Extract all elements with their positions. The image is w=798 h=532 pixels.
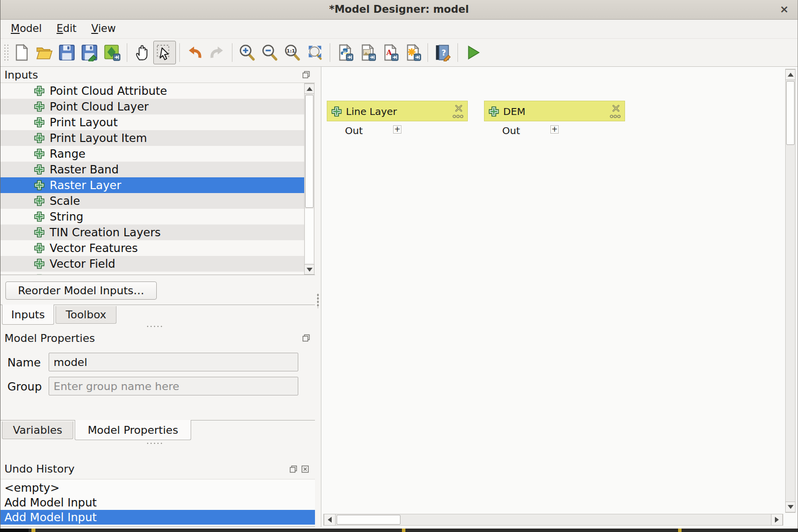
background-segment	[0, 529, 28, 532]
svg-text:?: ?	[442, 48, 446, 57]
splitter-handle[interactable]	[146, 325, 163, 328]
tab-inputs[interactable]: Inputs	[2, 305, 54, 325]
close-panel-icon[interactable]	[301, 465, 309, 473]
scroll-up-button[interactable]	[785, 69, 796, 80]
toolbar-separator	[428, 43, 428, 62]
list-item[interactable]: Point Cloud Layer	[0, 99, 304, 114]
inputs-list-scrollbar[interactable]	[304, 83, 314, 275]
scrollbar-thumb[interactable]	[337, 515, 400, 525]
new-model-icon	[13, 44, 30, 61]
float-panel-icon[interactable]	[302, 71, 310, 79]
list-item[interactable]: String	[0, 209, 304, 224]
undo-history-item[interactable]: Add Model Input	[0, 495, 315, 510]
menu-model[interactable]: Model	[3, 21, 49, 37]
window-close-button[interactable]: ×	[778, 3, 791, 16]
splitter-handle[interactable]	[146, 442, 163, 445]
undo-button[interactable]	[183, 41, 206, 64]
undo-history-item[interactable]: <empty>	[0, 480, 315, 495]
list-item[interactable]: Scale	[0, 193, 304, 209]
model-input-plus-icon	[488, 106, 499, 117]
delete-node-x-icon[interactable]	[612, 104, 620, 112]
export-as-image-button[interactable]	[356, 41, 379, 64]
float-panel-icon[interactable]	[302, 334, 310, 342]
model-input-plus-icon	[34, 211, 45, 222]
scroll-up-button[interactable]	[304, 84, 314, 94]
scroll-right-button[interactable]	[771, 514, 783, 526]
pan-icon	[133, 44, 151, 61]
list-item[interactable]: TIN Creation Layers	[0, 224, 304, 240]
scroll-down-button[interactable]	[785, 502, 796, 512]
list-item[interactable]: Vector Layer	[0, 272, 304, 275]
export-as-svg-button[interactable]	[401, 41, 424, 64]
model-input-plus-icon	[34, 85, 45, 96]
titlebar[interactable]: *Model Designer: model ×	[0, 0, 798, 20]
list-item[interactable]: Print Layout	[0, 114, 304, 130]
save-model-as-button[interactable]	[78, 41, 101, 64]
node-expand-button[interactable]: +	[550, 125, 559, 134]
scroll-down-button[interactable]	[304, 264, 314, 275]
edit-model-help-button[interactable]: ?	[431, 41, 454, 64]
ellipsis-circles-icon[interactable]	[610, 114, 621, 118]
menu-view[interactable]: View	[84, 21, 123, 37]
model-input-plus-icon	[34, 180, 45, 191]
model-name-input[interactable]	[49, 353, 298, 371]
ellipsis-circles-icon[interactable]	[453, 114, 463, 118]
model-group-input[interactable]	[49, 377, 298, 395]
model-input-plus-icon	[34, 101, 45, 112]
model-input-plus-icon	[331, 106, 342, 117]
zoom-full-button[interactable]	[304, 41, 326, 64]
node-expand-button[interactable]: +	[393, 125, 401, 134]
pan-tool-button[interactable]	[131, 41, 153, 64]
undo-history-item-selected[interactable]: Add Model Input	[0, 510, 315, 525]
export-as-python-button[interactable]	[334, 41, 356, 64]
canvas-horizontal-scrollbar[interactable]	[323, 514, 783, 526]
reorder-model-inputs-button[interactable]: Reorder Model Inputs…	[5, 281, 157, 300]
panel-canvas-splitter[interactable]	[315, 67, 321, 527]
list-item[interactable]: Point Cloud Attribute	[0, 83, 304, 99]
open-model-button[interactable]	[33, 41, 56, 64]
canvas-vertical-scrollbar[interactable]	[785, 69, 796, 513]
scrollbar-thumb[interactable]	[786, 81, 795, 145]
tab-toolbox[interactable]: Toolbox	[56, 306, 116, 324]
float-panel-icon[interactable]	[289, 465, 297, 473]
save-model-button[interactable]	[56, 41, 78, 64]
left-tabbar-bottom: Variables Model Properties	[0, 420, 315, 441]
select-move-item-icon	[156, 44, 173, 61]
export-as-pdf-button[interactable]: A	[379, 41, 401, 64]
zoom-in-button[interactable]	[236, 41, 258, 64]
list-item[interactable]: Range	[0, 146, 304, 162]
background-segment	[31, 529, 35, 532]
select-move-item-tool-button[interactable]	[153, 41, 176, 64]
undo-history-title: Undo History	[4, 463, 75, 475]
scrollbar-track[interactable]	[305, 209, 314, 263]
inputs-panel-title: Inputs	[4, 69, 38, 81]
menu-edit[interactable]: Edit	[49, 21, 84, 37]
model-node-line-layer[interactable]: Line Layer	[327, 101, 468, 121]
toolbar-grip[interactable]	[3, 43, 9, 62]
model-input-plus-icon	[34, 227, 45, 238]
save-model-in-project-button[interactable]	[101, 41, 123, 64]
model-canvas[interactable]: Line Layer Out + DEM	[321, 67, 798, 527]
model-input-plus-icon	[34, 274, 45, 275]
tab-variables[interactable]: Variables	[2, 421, 73, 439]
list-item[interactable]: Raster Band	[0, 162, 304, 177]
list-item[interactable]: Print Layout Item	[0, 130, 304, 146]
list-item[interactable]: Vector Field	[0, 256, 304, 272]
run-model-button[interactable]	[461, 41, 484, 64]
model-input-plus-icon	[34, 196, 45, 206]
export-as-image-icon	[359, 44, 376, 61]
zoom-in-icon	[238, 44, 256, 61]
model-node-dem[interactable]: DEM	[484, 101, 625, 121]
tab-model-properties[interactable]: Model Properties	[75, 420, 191, 440]
scroll-left-button[interactable]	[324, 514, 336, 526]
redo-button[interactable]	[206, 41, 228, 64]
model-input-plus-icon	[34, 243, 45, 253]
list-item[interactable]: Vector Features	[0, 240, 304, 256]
new-model-button[interactable]	[10, 41, 33, 64]
list-item-selected[interactable]: Raster Layer	[0, 177, 304, 193]
zoom-out-button[interactable]	[258, 41, 281, 64]
delete-node-x-icon[interactable]	[455, 104, 463, 112]
scrollbar-thumb[interactable]	[305, 95, 314, 208]
node-title: DEM	[503, 106, 525, 117]
zoom-actual-button[interactable]: 1:1	[281, 41, 304, 64]
